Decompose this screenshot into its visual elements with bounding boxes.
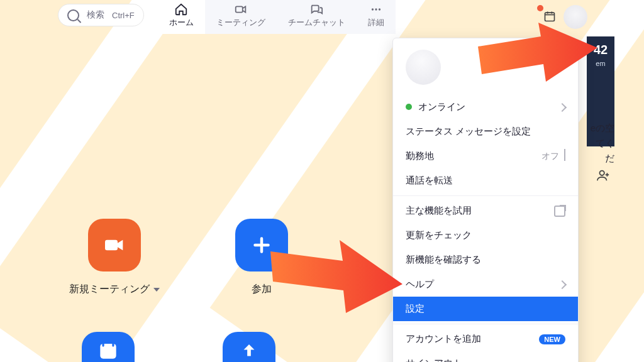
chevron-down-icon[interactable] bbox=[153, 288, 160, 292]
ellipsis-icon bbox=[369, 3, 383, 16]
video-icon bbox=[102, 233, 127, 258]
new-meeting-tile bbox=[88, 219, 141, 272]
chevron-right-icon bbox=[558, 280, 567, 288]
menu-work-location[interactable]: 勤務地 オフ bbox=[393, 144, 578, 168]
menu-whats-new[interactable]: 新機能を確認する bbox=[393, 248, 578, 272]
search-icon bbox=[67, 9, 79, 21]
menu-help[interactable]: ヘルプ bbox=[393, 272, 578, 297]
join-label: 参加 bbox=[252, 283, 272, 296]
svg-rect-4 bbox=[545, 13, 555, 21]
svg-rect-0 bbox=[236, 6, 243, 12]
svg-rect-8 bbox=[112, 342, 114, 347]
schedule-icon bbox=[96, 339, 120, 362]
menu-online-status[interactable]: オンライン bbox=[393, 95, 578, 119]
camera-icon bbox=[234, 3, 248, 16]
menu-set-status-message[interactable]: ステータス メッセージを設定 bbox=[393, 119, 578, 144]
profile-avatar-large bbox=[406, 50, 441, 85]
new-badge: NEW bbox=[539, 334, 565, 344]
main-tabs: ホーム ミーティング チームチャット 詳細 bbox=[158, 0, 396, 34]
menu-add-account[interactable]: アカウントを追加 NEW bbox=[393, 327, 578, 351]
svg-point-2 bbox=[375, 8, 377, 10]
tab-team-chat[interactable]: チームチャット bbox=[277, 0, 357, 34]
tab-meetings-label: ミーティング bbox=[216, 17, 265, 28]
annotation-arrow-top bbox=[478, 23, 597, 92]
plus-icon bbox=[250, 234, 273, 256]
search-box[interactable]: 検索 Ctrl+F bbox=[58, 4, 144, 26]
external-link-icon bbox=[554, 206, 565, 217]
side-text: eの空 てくだ bbox=[587, 121, 614, 166]
tab-more[interactable]: 詳細 bbox=[357, 0, 396, 34]
tab-meetings[interactable]: ミーティング bbox=[205, 0, 277, 34]
menu-try-features[interactable]: 主な機能を試用 bbox=[393, 199, 578, 223]
menu-call-forward[interactable]: 通話を転送 bbox=[393, 168, 578, 193]
new-meeting-button[interactable]: 新規ミーティング bbox=[69, 219, 160, 296]
chevron-right-icon bbox=[558, 102, 567, 111]
new-meeting-label: 新規ミーティング bbox=[69, 283, 160, 296]
home-action-row: 新規ミーティング 参加 bbox=[69, 219, 288, 296]
annotation-arrow-settings bbox=[270, 233, 402, 314]
tab-home[interactable]: ホーム bbox=[158, 0, 205, 34]
notification-dot-icon bbox=[537, 5, 543, 11]
home-action-row-2 bbox=[82, 332, 275, 362]
home-icon bbox=[174, 3, 188, 16]
menu-divider bbox=[393, 324, 578, 324]
arrow-up-icon bbox=[238, 340, 260, 361]
menu-sign-out[interactable]: サインアウト bbox=[393, 351, 578, 362]
svg-point-3 bbox=[379, 8, 380, 10]
calendar-icon[interactable] bbox=[543, 10, 556, 23]
svg-rect-7 bbox=[103, 342, 104, 347]
search-placeholder: 検索 bbox=[87, 9, 104, 21]
tab-home-label: ホーム bbox=[169, 17, 194, 28]
schedule-button[interactable] bbox=[82, 332, 135, 362]
svg-marker-11 bbox=[270, 240, 402, 313]
add-contact-icon[interactable] bbox=[596, 168, 610, 182]
chevron-right-icon bbox=[564, 149, 565, 161]
svg-point-1 bbox=[372, 8, 374, 10]
svg-rect-5 bbox=[105, 240, 118, 251]
menu-check-updates[interactable]: 更新をチェック bbox=[393, 223, 578, 248]
status-online-icon bbox=[406, 104, 412, 110]
svg-point-9 bbox=[600, 171, 604, 175]
chat-icon bbox=[309, 3, 323, 16]
svg-marker-10 bbox=[478, 23, 597, 82]
menu-divider bbox=[393, 195, 578, 196]
search-shortcut: Ctrl+F bbox=[112, 11, 135, 20]
tab-more-label: 詳細 bbox=[368, 17, 384, 28]
share-screen-button[interactable] bbox=[223, 332, 275, 362]
menu-settings[interactable]: 設定 bbox=[393, 297, 578, 321]
tab-team-chat-label: チームチャット bbox=[288, 17, 345, 28]
